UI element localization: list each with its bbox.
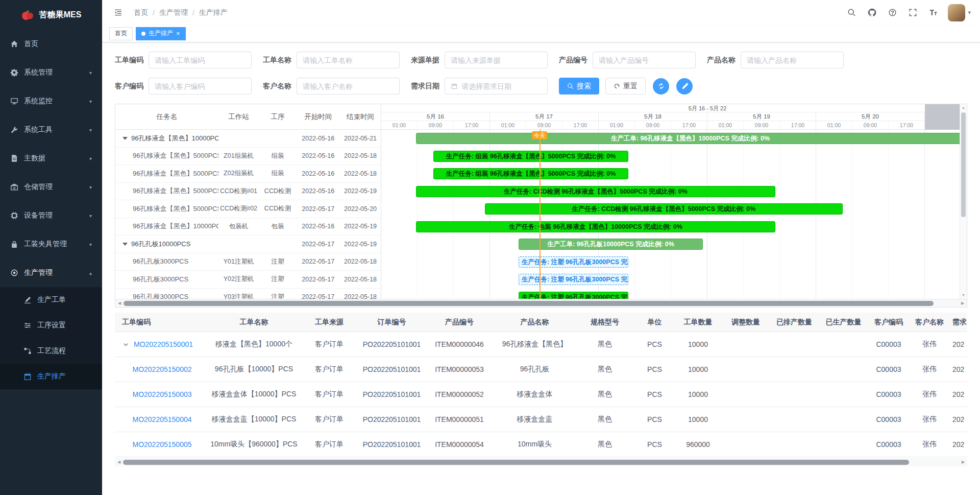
gantt-bar[interactable]: 生产任务: 组装 96孔移液盒【黑色】5000PCS 完成比例: 0% [433,168,628,179]
sidebar-item-home[interactable]: 首页 [0,30,102,58]
source-doc-input-box[interactable] [445,52,548,68]
work-order-name-input-box[interactable] [297,52,400,68]
collapse-arrow-icon[interactable] [122,137,128,140]
gantt-task-row[interactable]: 96孔移液盒【黑色】5000PCSCCD检测#02CCD检测2022-05-17… [115,200,381,218]
gantt-hscroll-thumb[interactable] [124,301,934,306]
sidebar-item-fixture[interactable]: 工装夹具管理▾ [0,230,102,258]
user-menu[interactable]: ▾ [948,4,971,21]
sidebar-subitem-work-order[interactable]: 生产工单 [0,287,102,313]
gantt-vscroll-thumb[interactable] [961,112,966,217]
gantt-bar[interactable]: 生产任务: 注塑 96孔孔板3000PCS 完成比例: 0% [519,256,628,268]
table-horizontal-scrollbar[interactable]: ◀ ▶ [115,458,967,466]
source-doc-input[interactable] [451,56,542,64]
workorder-code-cell: MO202205150002 [115,365,209,373]
search-button[interactable]: 搜索 [559,78,599,95]
work-order-code-input[interactable] [155,56,246,64]
gantt-bar[interactable]: 生产任务: CCD检测 96孔移液盒【黑色】5000PCS 完成比例: 0% [416,186,775,197]
customer-name-input-box[interactable] [297,78,400,95]
table-hscroll-track[interactable] [123,458,959,466]
gantt-hscroll-track[interactable] [124,299,959,307]
table-row[interactable]: MO20220515000510mm吸头【960000】PCS客户订单PO202… [115,432,967,457]
gantt-task-row[interactable]: 96孔移液盒【黑色】5000PCSCCD检测#01CCD检测2022-05-16… [115,183,381,201]
gantt-task-row[interactable]: 96孔孔板3000PCSY02注塑机注塑2022-05-172022-05-18 [115,271,381,289]
gantt-hour-header: 17:00 [562,121,599,129]
chevron-down-icon: ▾ [89,213,92,219]
gantt-bar[interactable]: 生产任务: 组装 96孔移液盒【黑色】5000PCS 完成比例: 0% [433,151,628,162]
workorder-link[interactable]: MO202205150001 [134,340,193,348]
breadcrumb-item[interactable]: 首页 [134,8,148,17]
gantt-task-row[interactable]: 96孔移液盒【黑色】10000PCS2022-05-162022-05-21 [115,130,381,148]
sidebar-item-production[interactable]: 生产管理▴ [0,258,102,287]
workorder-link[interactable]: MO202205150002 [133,365,192,373]
scroll-down-icon[interactable]: ▼ [960,292,967,299]
customer-name-input[interactable] [303,82,394,90]
sidebar-subitem-process-flow[interactable]: 工艺流程 [0,338,102,364]
tab-scheduling[interactable]: 生产排产× [136,27,186,40]
sidebar-item-master-data[interactable]: 主数据▾ [0,144,102,173]
sidebar-subitem-scheduling[interactable]: 生产排产 [0,364,102,389]
workorder-link[interactable]: MO202205150004 [133,415,192,423]
scroll-left-icon[interactable]: ◀ [115,299,124,308]
gantt-horizontal-scrollbar[interactable]: ◀ ▶ [115,299,967,307]
sidebar-item-warehouse[interactable]: 仓储管理▾ [0,173,102,201]
header-search-button[interactable] [843,4,860,21]
product-code-input[interactable] [599,56,690,64]
gantt-task-row[interactable]: 96孔孔板10000PCS2022-05-172022-05-19 [115,235,381,253]
collapse-arrow-icon[interactable] [122,243,128,246]
sidebar-item-system-admin[interactable]: 系统管理▾ [0,58,102,87]
product-code-input-box[interactable] [593,52,696,68]
work-order-code-input-box[interactable] [149,52,252,68]
workorder-link[interactable]: MO202205150003 [133,390,192,398]
refresh-circle-button[interactable] [653,78,669,95]
table-hscroll-thumb[interactable] [123,460,909,465]
customer-code-input[interactable] [155,82,246,90]
table-scroll-right-icon[interactable]: ▶ [959,458,967,466]
tab-close-icon[interactable]: × [176,30,180,37]
customer-code-input-box[interactable] [149,78,252,95]
github-icon[interactable] [863,4,880,21]
gantt-bar[interactable]: 生产工单: 96孔孔板10000PCS 完成比例: 0% [519,239,703,250]
gantt-task-row[interactable]: 96孔移液盒【黑色】5000PCSZ02组装机组装2022-05-162022-… [115,165,381,183]
gantt-bar[interactable]: 生产任务: CCD检测 96孔移液盒【黑色】5000PCS 完成比例: 0% [485,203,843,215]
product-name-input[interactable] [747,56,838,64]
avatar[interactable] [948,4,965,21]
scroll-up-icon[interactable]: ▲ [960,104,967,111]
scroll-right-icon[interactable]: ▶ [959,299,967,308]
gantt-vertical-scrollbar[interactable]: ▲ ▼ [960,104,967,299]
breadcrumb-item[interactable]: 生产排产 [199,8,228,17]
fullscreen-icon[interactable] [904,4,921,21]
sidebar-item-system-tools[interactable]: 系统工具▾ [0,115,102,144]
table-row[interactable]: MO202205150003移液盒盒体【10000】PCS客户订单PO20220… [115,382,967,407]
reset-button-label: 重置 [623,82,638,91]
gantt-task-row[interactable]: 96孔移液盒【黑色】10000PCS包装机包装2022-05-162022-05… [115,218,381,236]
font-size-icon[interactable] [924,4,942,21]
tab-home[interactable]: 首页 [109,27,133,40]
sidebar-toggle-button[interactable] [109,4,127,21]
sidebar-subitem-process-setup[interactable]: 工序设置 [0,313,102,338]
demand-date-input[interactable] [461,82,542,90]
demand-date-input-box[interactable] [445,78,548,95]
table-cell: 黑色 [574,390,635,399]
table-scroll-left-icon[interactable]: ◀ [115,458,123,466]
help-icon[interactable] [884,4,901,21]
product-name-input-box[interactable] [741,52,844,68]
gantt-bar[interactable]: 生产任务: 包装 96孔移液盒【黑色】10000PCS 完成比例: 0% [416,221,775,232]
gantt-bar[interactable]: 生产工单: 96孔移液盒【黑色】10000PCS 完成比例: 0% [416,133,960,144]
sidebar-item-equipment[interactable]: 设备管理▾ [0,201,102,230]
edit-circle-button[interactable] [676,78,693,95]
app-logo[interactable]: 苦糖果MES [0,0,102,30]
workorder-link[interactable]: MO202205150005 [133,440,192,449]
gantt-task-row[interactable]: 96孔移液盒【黑色】5000PCSZ01组装机组装2022-05-162022-… [115,148,381,166]
table-row[interactable]: MO202205150001移液盒【黑色】10000个客户订单PO2022051… [115,332,967,357]
work-order-name-input[interactable] [303,56,394,64]
gantt-bar[interactable]: 生产任务: 注塑 96孔孔板3000PCS 完成比例: 0% [519,292,628,299]
table-row[interactable]: MO20220515000296孔孔板【10000】PCS客户订单PO20220… [115,357,967,382]
gantt-task-row[interactable]: 96孔孔板3000PCSY03注塑机注塑2022-05-172022-05-18 [115,289,381,299]
sidebar-item-system-monitor[interactable]: 系统监控▾ [0,87,102,115]
breadcrumb-item[interactable]: 生产管理 [159,8,188,17]
reset-button[interactable]: 重置 [605,78,646,95]
gantt-bar[interactable]: 生产任务: 注塑 96孔孔板3000PCS 完成比例: 0% [519,274,628,285]
expand-chevron-icon[interactable] [122,341,130,348]
gantt-task-row[interactable]: 96孔孔板3000PCSY01注塑机注塑2022-05-172022-05-18 [115,253,381,271]
table-row[interactable]: MO202205150004移液盒盒盖【10000】PCS客户订单PO20220… [115,407,967,432]
